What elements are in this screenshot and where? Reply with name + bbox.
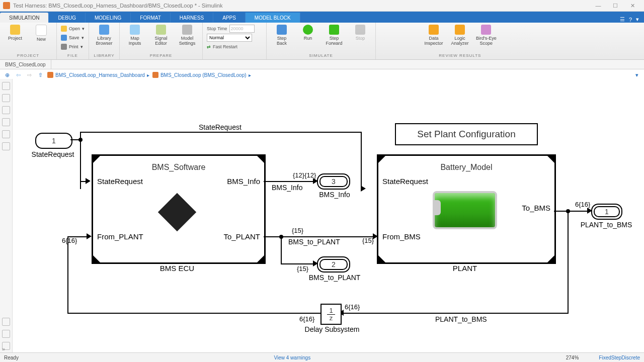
group-review-label: REVIEW RESULTS [419,53,502,59]
data-inspector-button[interactable]: Data Inspector [421,24,447,47]
open-button[interactable]: Open ▾ [61,25,85,33]
status-ready: Ready [4,355,19,360]
save-button[interactable]: Save ▾ [61,34,85,42]
stop-time-input[interactable] [229,25,255,33]
ribbon-collapse-icon[interactable]: ▾ [636,16,639,23]
status-solver[interactable]: FixedStepDiscrete [599,355,640,360]
library-browser-button[interactable]: Library Browser [91,24,117,47]
tab-harness[interactable]: HARNESS [171,13,213,23]
bms-title: BMS_Software [93,163,264,172]
work-area: 1 StateRequest StateRequest BMS_Software… [0,79,644,353]
nav-back-icon[interactable]: ⊕ [3,71,11,79]
fast-restart-toggle[interactable]: ⇄Fast Restart [207,43,262,51]
left-palette [0,79,13,353]
stop-button[interactable]: Stop [347,24,373,42]
stop-time-label: Stop Time [207,26,227,31]
new-button[interactable]: New [28,24,54,43]
step-forward-button[interactable]: Step Forward [321,24,347,47]
status-warnings[interactable]: View 4 warnings [274,355,311,360]
block-plant[interactable]: Battery_Model StateRequest From_BMS To_B… [377,154,556,264]
outport-bmsinfo[interactable]: 3 [317,173,350,190]
diagram-canvas[interactable]: 1 StateRequest StateRequest BMS_Software… [13,79,644,353]
palette-area-icon[interactable] [2,142,10,150]
step-back-button[interactable]: Step Back [269,24,295,47]
tab-simulation[interactable]: SIMULATION [0,13,49,23]
palette-annot-icon[interactable] [2,118,10,126]
tab-debug[interactable]: DEBUG [49,13,86,23]
close-button[interactable]: ✕ [624,0,641,11]
palette-b2-icon[interactable] [2,330,10,338]
tab-modeling[interactable]: MODELING [86,13,131,23]
bms-caption: BMS ECU [92,264,263,273]
model-settings-button[interactable]: Model Settings [174,24,200,47]
palette-zoom-icon[interactable] [2,82,10,90]
junction [78,138,83,142]
block-bms-ecu[interactable]: BMS_Software StateRequest From_PLANT BMS… [92,154,266,264]
map-inputs-button[interactable]: Map Inputs [122,24,148,47]
outport-plant2bms[interactable]: 1 [591,204,622,220]
help-icon[interactable]: ? [629,17,632,23]
group-prepare-label: PREPARE [120,53,202,59]
inport-label: StateRequest [25,150,80,158]
run-button[interactable]: Run [295,24,321,42]
project-button[interactable]: Project [2,24,28,42]
block-delay[interactable]: 1 z [320,304,342,325]
hide-explorer-icon[interactable]: ▾ [633,71,641,79]
birds-eye-button[interactable]: Bird's-Eye Scope [473,24,500,47]
ribbon-customize-icon[interactable]: ☰ [620,16,625,23]
tab-apps[interactable]: APPS [213,13,246,23]
ribbon-toolstrip: Project New PROJECT Open ▾ Save ▾ Print … [0,23,644,60]
group-file-label: FILE [57,53,89,59]
nav-fwd-icon[interactable]: ⇦ [14,71,22,79]
ribbon-tabstrip: SIMULATION DEBUG MODELING FORMAT HARNESS… [0,12,644,23]
maximize-button[interactable]: ☐ [607,0,624,11]
breadcrumb-1[interactable]: BMS_ClosedLoop_Harness_Dashboard ▸ [47,72,149,78]
tab-format[interactable]: FORMAT [131,13,170,23]
signal-editor-button[interactable]: Signal Editor [148,24,174,47]
outport-bms2plant[interactable]: 2 [317,256,350,273]
sim-mode-select[interactable]: Normal [207,34,252,42]
app-icon [3,2,10,9]
palette-image-icon[interactable] [2,130,10,138]
plant-caption: PLANT [377,264,553,273]
palette-arrow-icon[interactable] [2,106,10,114]
show-panel-icon[interactable]: » [2,346,5,352]
document-tab-bar: BMS_ClosedLoop [0,60,644,69]
window-title: Test Harness: BMS_ClosedLoop_Harness_Das… [13,3,222,9]
minimize-button[interactable]: — [590,0,607,11]
signal-staterequest: StateRequest [199,123,242,131]
group-simulate-label: SIMULATE [267,53,375,59]
plant-title: Battery_Model [378,163,554,172]
print-button[interactable]: Print ▾ [61,43,85,51]
nav-parent-icon[interactable]: ⇧ [36,71,44,79]
status-bar: Ready View 4 warnings 274% FixedStepDisc… [0,352,644,362]
palette-fit-icon[interactable] [2,94,10,102]
logic-analyzer-button[interactable]: Logic Analyzer [447,24,473,47]
breadcrumb-2[interactable]: BMS_ClosedLoop (BMS_ClosedLoop) ▸ [152,72,251,78]
group-library-label: LIBRARY [89,53,119,59]
status-zoom[interactable]: 274% [566,355,579,360]
nav-up-icon[interactable]: ⇨ [25,71,33,79]
tab-modelblock[interactable]: MODEL BLOCK [246,13,300,23]
set-plant-config-button[interactable]: Set Plant Configuration [395,123,538,145]
title-bar: Test Harness: BMS_ClosedLoop_Harness_Das… [0,0,644,12]
group-project-label: PROJECT [0,53,56,59]
document-tab[interactable]: BMS_ClosedLoop [0,60,51,69]
inport-staterequest[interactable]: 1 [35,133,72,149]
palette-b1-icon[interactable] [2,318,10,326]
